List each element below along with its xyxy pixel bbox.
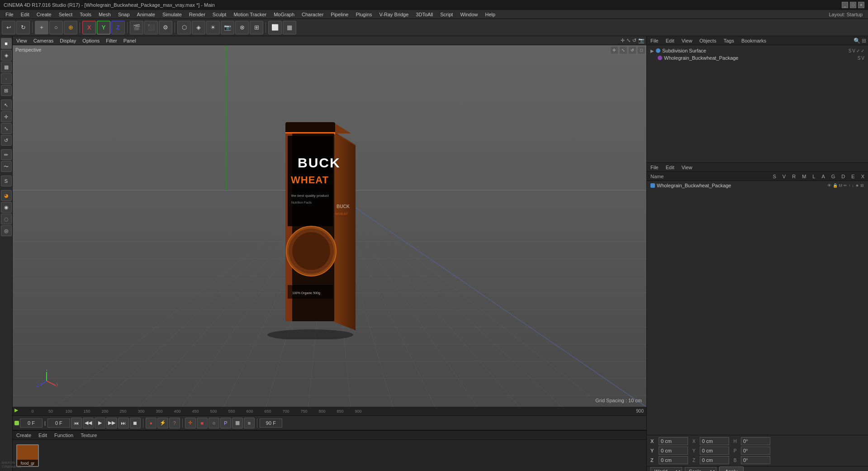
obj-menu-file[interactable]: File <box>649 38 660 43</box>
record-btn[interactable]: ● <box>146 418 157 428</box>
row-icon-star[interactable]: ★ <box>855 183 859 188</box>
menu-pipeline[interactable]: Pipeline <box>327 11 352 18</box>
maximize-btn[interactable]: □ <box>850 2 856 8</box>
row-icon-arrow2[interactable]: ↓ <box>852 183 855 188</box>
menu-script[interactable]: Script <box>436 11 456 18</box>
vp-icon-3[interactable]: ↺ <box>628 46 636 54</box>
morph-btn[interactable]: ◎ <box>1 225 12 236</box>
obj-icon-s[interactable]: S <box>849 48 852 53</box>
menu-simulate[interactable]: Simulate <box>159 11 185 18</box>
play-back-btn[interactable]: ⏮ <box>71 418 82 428</box>
move-btn[interactable]: ⊕ <box>64 21 77 34</box>
stop-btn[interactable]: ⏹ <box>130 418 141 428</box>
menu-motion-tracker[interactable]: Motion Tracker <box>230 11 270 18</box>
menu-select[interactable]: Select <box>55 11 76 18</box>
vp-icon-2[interactable]: ⤡ <box>619 46 627 54</box>
coord-world-select[interactable]: World Object Camera <box>650 467 682 471</box>
mat-menu-create[interactable]: Create <box>14 433 33 438</box>
model-mode-btn[interactable]: ■ <box>1 38 12 49</box>
obj-search-icon[interactable]: 🔍 <box>854 38 860 44</box>
pen-tool-btn[interactable]: ✏ <box>1 149 12 160</box>
coord-x-pos[interactable] <box>659 437 688 445</box>
x-axis-btn[interactable]: X <box>82 21 96 34</box>
mograph-btn[interactable]: ⊞ <box>250 21 263 34</box>
vp-menu-display[interactable]: Display <box>58 38 78 43</box>
select-circle-btn[interactable]: ○ <box>49 21 63 34</box>
menu-character[interactable]: Character <box>298 11 327 18</box>
menu-help[interactable]: Help <box>482 11 499 18</box>
auto-key-btn[interactable]: ⚡ <box>157 418 168 428</box>
obj-bot-menu-file[interactable]: File <box>649 165 660 170</box>
row-icon-lock[interactable]: 🔒 <box>832 183 838 188</box>
menu-vray[interactable]: V-Ray Bridge <box>376 11 413 18</box>
end-frame-input[interactable] <box>260 419 282 428</box>
motion-btn2[interactable]: ■ <box>197 418 208 428</box>
polygon-mode-btn[interactable]: ◈ <box>1 50 12 61</box>
render-to-viewer-btn[interactable]: 🎬 <box>130 21 143 34</box>
redo-btn[interactable]: ↻ <box>16 21 30 34</box>
move-tool-btn[interactable]: ✛ <box>1 111 12 122</box>
z-axis-btn[interactable]: Z <box>111 21 125 34</box>
current-frame-input[interactable] <box>20 419 43 428</box>
menu-mesh[interactable]: Mesh <box>95 11 114 18</box>
vp-icon-4[interactable]: □ <box>637 46 645 54</box>
sculpt-btn[interactable]: ◕ <box>1 190 12 201</box>
lights-btn[interactable]: ☀ <box>206 21 220 34</box>
minimize-btn[interactable]: _ <box>842 2 848 8</box>
vp-menu-options[interactable]: Options <box>81 38 101 43</box>
vp-menu-cameras[interactable]: Cameras <box>32 38 56 43</box>
coord-y-pos[interactable] <box>659 447 688 455</box>
menu-animate[interactable]: Animate <box>133 11 159 18</box>
undo-btn[interactable]: ↩ <box>2 21 15 34</box>
menu-snap[interactable]: Snap <box>114 11 133 18</box>
obj-menu-view[interactable]: View <box>680 38 694 43</box>
vp-menu-view[interactable]: View <box>14 38 29 43</box>
motion-btn4[interactable]: P <box>220 418 231 428</box>
menu-sculpt[interactable]: Sculpt <box>209 11 230 18</box>
mat-menu-texture[interactable]: Texture <box>79 433 99 438</box>
mat-menu-edit[interactable]: Edit <box>37 433 49 438</box>
obj-icon-s2[interactable]: S <box>858 56 861 61</box>
motion-btn1[interactable]: ✛ <box>185 418 196 428</box>
vp-icon-move[interactable]: ✛ <box>621 38 625 43</box>
obj-menu-bookmarks[interactable]: Bookmarks <box>740 38 768 43</box>
render-settings-btn[interactable]: ⚙ <box>159 21 172 34</box>
menu-file[interactable]: File <box>2 11 17 18</box>
menu-render[interactable]: Render <box>185 11 209 18</box>
menu-plugins[interactable]: Plugins <box>352 11 375 18</box>
obj-menu-objects[interactable]: Objects <box>697 38 718 43</box>
camera-btn[interactable]: 📷 <box>221 21 234 34</box>
rotate-tool-btn[interactable]: ↺ <box>1 135 12 146</box>
y-axis-btn[interactable]: Y <box>97 21 110 34</box>
vp-icon-scale[interactable]: ⤡ <box>626 38 631 43</box>
key-select-btn[interactable]: ? <box>169 418 180 428</box>
deform-btn[interactable]: ◌ <box>1 214 12 224</box>
coord-x-rot[interactable] <box>700 437 729 445</box>
3d-viewport[interactable]: BUCK WHEAT the best quality product Nutr… <box>13 45 646 407</box>
coord-scale-select[interactable]: Scale Absolute <box>685 467 716 471</box>
motion-btn3[interactable]: ○ <box>209 418 219 428</box>
new-obj-btn[interactable]: + <box>35 21 48 34</box>
vp-icon-1[interactable]: ✛ <box>610 46 618 54</box>
row-icon-edit[interactable]: ✏ <box>843 183 848 188</box>
vp-menu-filter[interactable]: Filter <box>104 38 119 43</box>
menu-3dtoall[interactable]: 3DToAll <box>412 11 436 18</box>
menu-window[interactable]: Window <box>456 11 481 18</box>
play-fwd-btn[interactable]: ⏭ <box>118 418 129 428</box>
play-btn[interactable]: ▶ <box>95 418 105 428</box>
row-icon-m[interactable]: M <box>839 183 843 188</box>
deformer-btn[interactable]: ⊗ <box>235 21 249 34</box>
coord-p-val[interactable] <box>741 447 770 455</box>
motion-btn6[interactable]: ≡ <box>244 418 255 428</box>
live-select-btn[interactable]: ↖ <box>1 100 12 110</box>
coord-z-pos[interactable] <box>659 456 688 464</box>
spline-btn[interactable]: S <box>1 176 12 186</box>
obj-icon-v2[interactable]: V <box>861 56 864 61</box>
paint-btn[interactable]: ◉ <box>1 202 12 213</box>
coord-h-val[interactable] <box>741 437 770 445</box>
grid-btn[interactable]: ▦ <box>283 21 296 34</box>
vp-icon-rotate[interactable]: ↺ <box>632 38 636 43</box>
vp-icon-camera[interactable]: 📷 <box>638 38 645 43</box>
mat-menu-function[interactable]: Function <box>52 433 75 438</box>
scene-objects-btn[interactable]: ⬡ <box>177 21 191 34</box>
